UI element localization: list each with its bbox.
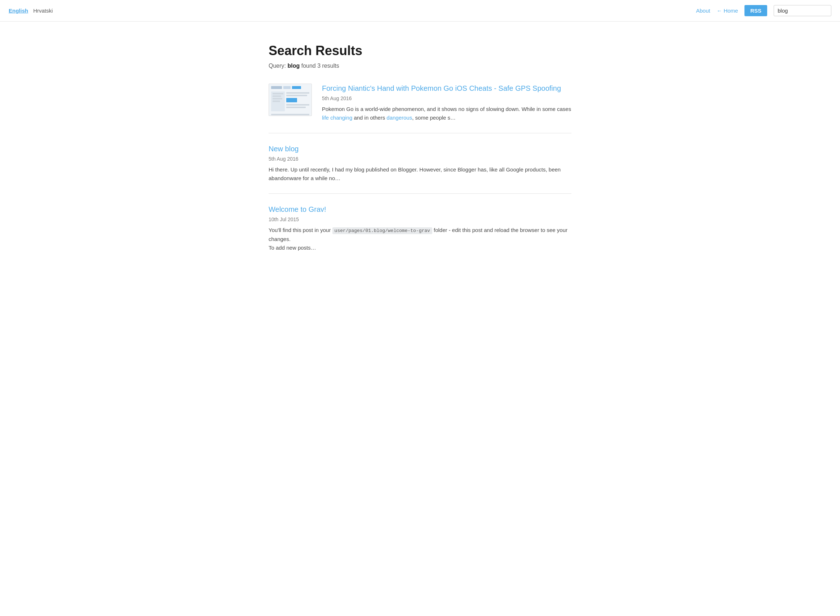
result-content: Forcing Niantic's Hand with Pokemon Go i…: [322, 84, 571, 122]
query-line: Query: blog found 3 results: [269, 63, 571, 69]
code-snippet: user/pages/01.blog/welcome-to-grav: [332, 227, 432, 234]
result-title-link[interactable]: New blog: [269, 144, 571, 154]
lang-english-link[interactable]: English: [9, 7, 28, 14]
result-title-link[interactable]: Forcing Niantic's Hand with Pokemon Go i…: [322, 84, 571, 93]
excerpt-link-life-changing[interactable]: life changing: [322, 114, 352, 121]
result-title-link[interactable]: Welcome to Grav!: [269, 205, 571, 214]
result-thumbnail: [269, 84, 312, 116]
page-title: Search Results: [269, 43, 571, 59]
result-date: 5th Aug 2016: [269, 156, 571, 162]
query-suffix: found 3 results: [302, 63, 339, 69]
result-excerpt: Pokemon Go is a world-wide phenomenon, a…: [322, 105, 571, 122]
excerpt-before-code: You'll find this post in your: [269, 227, 332, 233]
result-item: Forcing Niantic's Hand with Pokemon Go i…: [269, 84, 571, 133]
result-excerpt: Hi there. Up until recently, I had my bl…: [269, 165, 571, 183]
language-switcher: English Hrvatski: [9, 7, 53, 14]
search-input[interactable]: [774, 5, 831, 16]
result-content: New blog 5th Aug 2016 Hi there. Up until…: [269, 144, 571, 183]
site-header: English Hrvatski About ← Home RSS: [0, 0, 840, 22]
result-item: New blog 5th Aug 2016 Hi there. Up until…: [269, 133, 571, 194]
result-item: Welcome to Grav! 10th Jul 2015 You'll fi…: [269, 194, 571, 263]
excerpt-text-1: Pokemon Go is a world-wide phenomenon, a…: [322, 106, 571, 112]
excerpt-link-dangerous[interactable]: dangerous: [387, 114, 412, 121]
rss-button[interactable]: RSS: [744, 5, 767, 16]
excerpt-text-2: and in others: [352, 114, 387, 121]
home-link[interactable]: ← Home: [717, 7, 738, 14]
query-prefix: Query:: [269, 63, 286, 69]
main-content: Search Results Query: blog found 3 resul…: [261, 22, 579, 285]
header-nav: About ← Home RSS: [696, 5, 831, 16]
result-excerpt-line2: To add new posts…: [269, 243, 571, 252]
result-date: 10th Jul 2015: [269, 217, 571, 222]
about-link[interactable]: About: [696, 7, 710, 14]
results-list: Forcing Niantic's Hand with Pokemon Go i…: [269, 84, 571, 263]
excerpt-text-3: , some people s…: [412, 114, 456, 121]
result-content: Welcome to Grav! 10th Jul 2015 You'll fi…: [269, 205, 571, 252]
result-excerpt: You'll find this post in your user/pages…: [269, 226, 571, 243]
query-term: blog: [287, 63, 300, 69]
lang-hrvatski-link[interactable]: Hrvatski: [33, 7, 53, 14]
result-date: 5th Aug 2016: [322, 95, 571, 101]
